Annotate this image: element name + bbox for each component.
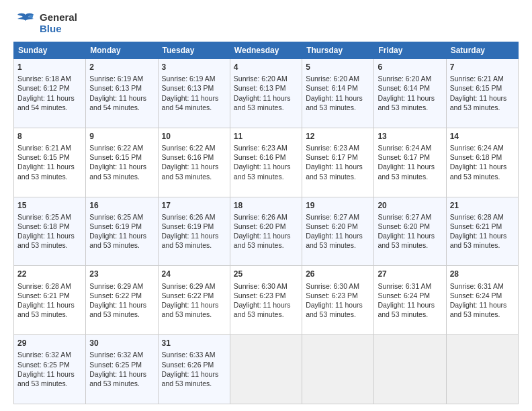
daylight-minutes: and 53 minutes. <box>378 310 428 318</box>
daylight-minutes: and 53 minutes. <box>17 173 68 181</box>
sunrise-text: Sunrise: 6:22 AM <box>89 144 143 152</box>
col-header-sunday: Sunday <box>14 42 86 59</box>
day-cell: 15Sunrise: 6:25 AMSunset: 6:18 PMDayligh… <box>14 197 86 266</box>
week-row-2: 8Sunrise: 6:21 AMSunset: 6:15 PMDaylight… <box>14 128 519 197</box>
sunrise-text: Sunrise: 6:31 AM <box>378 282 431 290</box>
daylight-text: Daylight: 11 hours <box>378 232 435 240</box>
day-number: 16 <box>89 200 154 211</box>
day-number: 26 <box>306 269 370 279</box>
sunset-text: Sunset: 6:18 PM <box>17 222 70 230</box>
sunset-text: Sunset: 6:17 PM <box>378 153 430 161</box>
week-row-1: 1Sunrise: 6:18 AMSunset: 6:12 PMDaylight… <box>14 59 519 128</box>
sunrise-text: Sunrise: 6:19 AM <box>162 75 216 83</box>
day-cell: 7Sunrise: 6:21 AMSunset: 6:15 PMDaylight… <box>446 59 518 128</box>
day-number: 1 <box>17 62 82 73</box>
sunset-text: Sunset: 6:13 PM <box>234 84 286 92</box>
daylight-minutes: and 53 minutes. <box>89 379 140 387</box>
sunset-text: Sunset: 6:23 PM <box>306 291 358 300</box>
daylight-text: Daylight: 11 hours <box>162 232 219 240</box>
day-cell: 13Sunrise: 6:24 AMSunset: 6:17 PMDayligh… <box>374 128 446 197</box>
sunset-text: Sunset: 6:19 PM <box>162 222 214 230</box>
daylight-minutes: and 53 minutes. <box>378 103 428 111</box>
day-cell: 24Sunrise: 6:29 AMSunset: 6:22 PMDayligh… <box>158 266 230 335</box>
day-cell: 29Sunrise: 6:32 AMSunset: 6:25 PMDayligh… <box>14 335 86 404</box>
daylight-minutes: and 53 minutes. <box>162 241 212 249</box>
sunset-text: Sunset: 6:20 PM <box>306 222 358 230</box>
daylight-text: Daylight: 11 hours <box>89 301 146 309</box>
col-header-monday: Monday <box>86 42 158 59</box>
daylight-minutes: and 54 minutes. <box>162 103 212 111</box>
day-cell <box>302 335 374 404</box>
daylight-minutes: and 53 minutes. <box>162 379 212 387</box>
daylight-minutes: and 53 minutes. <box>306 310 356 318</box>
sunset-text: Sunset: 6:13 PM <box>162 84 214 92</box>
daylight-text: Daylight: 11 hours <box>234 301 291 309</box>
daylight-minutes: and 53 minutes. <box>306 241 356 249</box>
day-number: 3 <box>162 62 226 73</box>
sunrise-text: Sunrise: 6:20 AM <box>378 75 431 83</box>
daylight-minutes: and 53 minutes. <box>306 103 356 111</box>
sunset-text: Sunset: 6:21 PM <box>17 291 70 300</box>
daylight-minutes: and 53 minutes. <box>162 173 212 181</box>
daylight-minutes: and 53 minutes. <box>17 241 68 249</box>
daylight-text: Daylight: 11 hours <box>17 163 75 171</box>
sunrise-text: Sunrise: 6:28 AM <box>17 282 71 290</box>
sunset-text: Sunset: 6:23 PM <box>234 291 286 300</box>
day-cell: 5Sunrise: 6:20 AMSunset: 6:14 PMDaylight… <box>302 59 374 128</box>
sunrise-text: Sunrise: 6:24 AM <box>378 144 431 152</box>
daylight-text: Daylight: 11 hours <box>378 301 435 309</box>
week-row-5: 29Sunrise: 6:32 AMSunset: 6:25 PMDayligh… <box>14 335 519 404</box>
logo-blue-text: Blue <box>40 23 77 34</box>
day-number: 24 <box>162 269 226 279</box>
sunrise-text: Sunrise: 6:23 AM <box>234 144 287 152</box>
day-cell: 17Sunrise: 6:26 AMSunset: 6:19 PMDayligh… <box>158 197 230 266</box>
day-number: 8 <box>17 131 82 142</box>
day-number: 20 <box>378 200 442 211</box>
sunrise-text: Sunrise: 6:32 AM <box>17 351 71 359</box>
daylight-minutes: and 53 minutes. <box>450 310 500 318</box>
day-cell: 10Sunrise: 6:22 AMSunset: 6:16 PMDayligh… <box>158 128 230 197</box>
sunrise-text: Sunrise: 6:29 AM <box>162 282 216 290</box>
day-number: 25 <box>234 269 298 279</box>
day-cell <box>374 335 446 404</box>
day-cell <box>230 335 302 404</box>
daylight-minutes: and 53 minutes. <box>306 173 356 181</box>
day-cell: 3Sunrise: 6:19 AMSunset: 6:13 PMDaylight… <box>158 59 230 128</box>
day-cell <box>446 335 518 404</box>
day-number: 6 <box>378 62 442 73</box>
daylight-text: Daylight: 11 hours <box>17 94 75 102</box>
sunrise-text: Sunrise: 6:25 AM <box>89 213 143 221</box>
sunset-text: Sunset: 6:18 PM <box>450 153 502 161</box>
sunset-text: Sunset: 6:25 PM <box>89 361 142 369</box>
col-header-friday: Friday <box>374 42 446 59</box>
sunrise-text: Sunrise: 6:20 AM <box>306 75 359 83</box>
day-cell: 21Sunrise: 6:28 AMSunset: 6:21 PMDayligh… <box>446 197 518 266</box>
day-number: 19 <box>306 200 370 211</box>
sunrise-text: Sunrise: 6:27 AM <box>378 213 431 221</box>
day-cell: 4Sunrise: 6:20 AMSunset: 6:13 PMDaylight… <box>230 59 302 128</box>
day-number: 5 <box>306 62 370 73</box>
day-number: 23 <box>89 269 154 279</box>
daylight-minutes: and 53 minutes. <box>234 241 284 249</box>
daylight-minutes: and 53 minutes. <box>89 310 140 318</box>
sunrise-text: Sunrise: 6:18 AM <box>17 75 71 83</box>
day-number: 10 <box>162 131 226 142</box>
daylight-text: Daylight: 11 hours <box>89 94 146 102</box>
sunrise-text: Sunrise: 6:21 AM <box>450 75 504 83</box>
daylight-minutes: and 53 minutes. <box>17 379 68 387</box>
daylight-text: Daylight: 11 hours <box>162 301 219 309</box>
sunrise-text: Sunrise: 6:27 AM <box>306 213 359 221</box>
daylight-minutes: and 53 minutes. <box>234 103 284 111</box>
daylight-text: Daylight: 11 hours <box>450 163 507 171</box>
daylight-text: Daylight: 11 hours <box>378 163 435 171</box>
daylight-minutes: and 53 minutes. <box>450 241 500 249</box>
daylight-text: Daylight: 11 hours <box>450 94 507 102</box>
daylight-text: Daylight: 11 hours <box>89 232 146 240</box>
sunset-text: Sunset: 6:15 PM <box>89 153 142 161</box>
sunrise-text: Sunrise: 6:22 AM <box>162 144 216 152</box>
day-number: 9 <box>89 131 154 142</box>
week-row-3: 15Sunrise: 6:25 AMSunset: 6:18 PMDayligh… <box>14 197 519 266</box>
day-number: 30 <box>89 338 154 349</box>
day-cell: 30Sunrise: 6:32 AMSunset: 6:25 PMDayligh… <box>86 335 158 404</box>
page: General Blue SundayMondayTuesdayWednesda… <box>0 0 532 411</box>
